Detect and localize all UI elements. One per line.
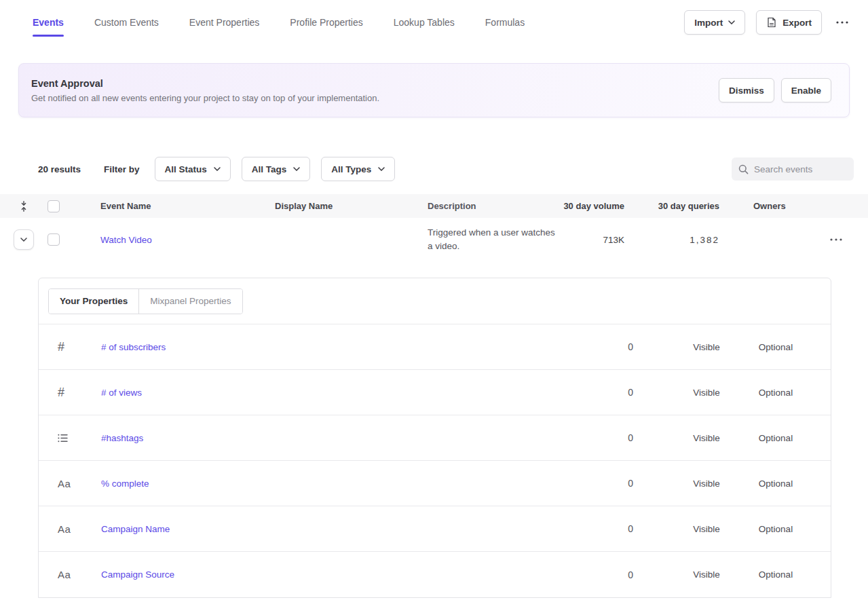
header-30-day-volume: 30 day volume bbox=[556, 201, 624, 211]
tab-events[interactable]: Events bbox=[33, 0, 64, 45]
tab-formulas[interactable]: Formulas bbox=[485, 0, 525, 45]
property-visibility[interactable]: Visible bbox=[673, 342, 740, 352]
chevron-down-icon bbox=[293, 167, 300, 171]
property-name-link[interactable]: % complete bbox=[101, 479, 149, 489]
header-description: Description bbox=[428, 200, 556, 213]
property-requirement[interactable]: Optional bbox=[742, 479, 810, 489]
table-row-watch-video: Watch Video Triggered when a user watche… bbox=[0, 218, 868, 261]
text-type-icon: Aa bbox=[58, 478, 71, 489]
property-visibility[interactable]: Visible bbox=[673, 479, 740, 489]
number-type-icon: # bbox=[58, 340, 64, 354]
banner-description: Get notified on all new events entering … bbox=[31, 93, 379, 103]
header-event-name: Event Name bbox=[71, 201, 275, 211]
property-name-link[interactable]: Campaign Name bbox=[101, 524, 170, 534]
ellipsis-icon bbox=[836, 21, 848, 24]
property-visibility[interactable]: Visible bbox=[673, 388, 740, 398]
import-button[interactable]: Import bbox=[684, 10, 745, 35]
event-30-day-queries: 1,382 bbox=[624, 235, 719, 245]
event-description: Triggered when a user watches a video. bbox=[428, 226, 556, 254]
banner-title: Event Approval bbox=[31, 78, 379, 89]
more-options-button[interactable] bbox=[833, 13, 852, 32]
chevron-down-icon bbox=[728, 20, 735, 24]
property-row: Aa Campaign Source 0 Visible Optional bbox=[39, 552, 831, 597]
collapse-all-button[interactable] bbox=[0, 201, 48, 212]
tab-lookup-tables[interactable]: Lookup Tables bbox=[394, 0, 455, 45]
property-name-link[interactable]: # of subscribers bbox=[101, 342, 166, 352]
search-input[interactable] bbox=[754, 164, 847, 174]
property-name-link[interactable]: # of views bbox=[101, 388, 142, 398]
chevron-down-icon bbox=[20, 238, 27, 242]
property-visibility[interactable]: Visible bbox=[673, 433, 740, 443]
properties-panel: Your Properties Mixpanel Properties # # … bbox=[38, 278, 831, 598]
export-button[interactable]: Export bbox=[756, 10, 822, 35]
search-box[interactable] bbox=[732, 157, 854, 181]
chevron-down-icon bbox=[378, 167, 385, 171]
property-requirement[interactable]: Optional bbox=[742, 569, 810, 580]
row-expander-button[interactable] bbox=[14, 229, 34, 250]
banner-text: Event Approval Get notified on all new e… bbox=[31, 78, 379, 103]
property-row: #hashtags 0 Visible Optional bbox=[39, 415, 831, 461]
property-requirement[interactable]: Optional bbox=[742, 524, 810, 534]
property-requirement[interactable]: Optional bbox=[742, 388, 810, 398]
property-row: Aa % complete 0 Visible Optional bbox=[39, 461, 831, 506]
tab-event-properties[interactable]: Event Properties bbox=[189, 0, 260, 45]
text-type-icon: Aa bbox=[58, 523, 71, 535]
enable-button[interactable]: Enable bbox=[781, 78, 831, 102]
row-checkbox[interactable] bbox=[48, 233, 60, 246]
status-filter-dropdown[interactable]: All Status bbox=[155, 157, 231, 181]
properties-tabs: Your Properties Mixpanel Properties bbox=[39, 278, 831, 324]
property-name-link[interactable]: Campaign Source bbox=[101, 569, 174, 580]
chevron-down-icon bbox=[214, 167, 221, 171]
property-visibility[interactable]: Visible bbox=[673, 569, 740, 580]
header-30-day-queries: 30 day queries bbox=[624, 201, 719, 211]
filter-bar: 20 results Filter by All Status All Tags… bbox=[0, 157, 868, 181]
property-requirement[interactable]: Optional bbox=[742, 433, 810, 443]
tab-profile-properties[interactable]: Profile Properties bbox=[290, 0, 362, 45]
events-table-header: Event Name Display Name Description 30 d… bbox=[0, 194, 868, 218]
property-query-count: 0 bbox=[592, 569, 633, 580]
property-query-count: 0 bbox=[592, 432, 633, 443]
header-owners: Owners bbox=[719, 201, 828, 211]
number-type-icon: # bbox=[58, 386, 64, 400]
property-query-count: 0 bbox=[592, 478, 633, 489]
results-count: 20 results bbox=[38, 164, 81, 174]
header-display-name: Display Name bbox=[275, 201, 428, 211]
property-query-count: 0 bbox=[592, 523, 633, 534]
property-query-count: 0 bbox=[592, 341, 633, 352]
search-icon bbox=[738, 164, 749, 174]
property-row: Aa Campaign Name 0 Visible Optional bbox=[39, 506, 831, 552]
tab-your-properties[interactable]: Your Properties bbox=[49, 289, 138, 314]
property-name-link[interactable]: #hashtags bbox=[101, 433, 143, 443]
event-approval-banner: Event Approval Get notified on all new e… bbox=[18, 63, 850, 117]
tags-filter-dropdown[interactable]: All Tags bbox=[242, 157, 311, 181]
nav-actions: Import Export bbox=[684, 10, 852, 35]
types-filter-dropdown[interactable]: All Types bbox=[321, 157, 395, 181]
property-requirement[interactable]: Optional bbox=[742, 342, 810, 352]
property-row: # # of views 0 Visible Optional bbox=[39, 370, 831, 415]
top-navigation: Events Custom Events Event Properties Pr… bbox=[0, 0, 868, 45]
select-all-checkbox[interactable] bbox=[48, 200, 60, 212]
list-type-icon bbox=[58, 434, 68, 443]
filter-by-label: Filter by bbox=[104, 164, 140, 174]
banner-actions: Dismiss Enable bbox=[719, 78, 831, 102]
property-row: # # of subscribers 0 Visible Optional bbox=[39, 324, 831, 370]
dismiss-button[interactable]: Dismiss bbox=[719, 78, 774, 102]
text-type-icon: Aa bbox=[58, 569, 71, 580]
tab-custom-events[interactable]: Custom Events bbox=[94, 0, 159, 45]
event-name-link[interactable]: Watch Video bbox=[100, 235, 152, 245]
collapse-all-icon bbox=[20, 201, 28, 212]
row-menu-button[interactable] bbox=[830, 238, 842, 241]
nav-tabs: Events Custom Events Event Properties Pr… bbox=[33, 0, 525, 45]
property-query-count: 0 bbox=[592, 387, 633, 398]
event-30-day-volume: 713K bbox=[556, 235, 624, 245]
property-visibility[interactable]: Visible bbox=[673, 524, 740, 534]
export-icon bbox=[766, 17, 777, 28]
tab-mixpanel-properties[interactable]: Mixpanel Properties bbox=[138, 289, 242, 314]
